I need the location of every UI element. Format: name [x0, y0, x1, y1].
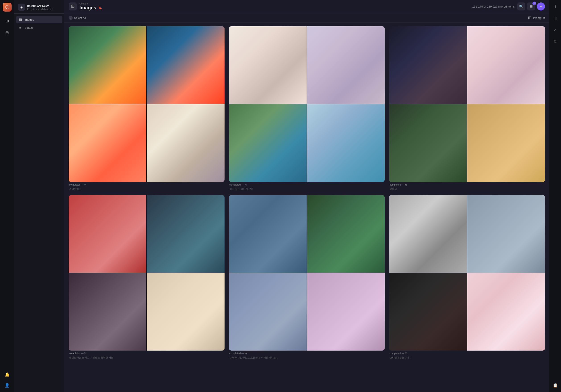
select-all-check-icon: ✓	[69, 16, 73, 20]
images-grid: completed — % 스마트하고 completed — % 쉬고 있는 …	[69, 26, 545, 359]
app-logo[interactable]: ⬡	[3, 3, 11, 11]
image-tile	[389, 273, 467, 351]
icon-bar-grid[interactable]: ⊞	[3, 17, 11, 25]
sort-icon: ≡	[543, 16, 545, 20]
select-all-label: Select All	[74, 16, 86, 20]
image-card-grid-2	[389, 26, 545, 182]
status-badge: completed — %	[389, 183, 545, 186]
image-tile	[307, 26, 385, 104]
image-tile	[307, 195, 385, 273]
header-title-block: Content Images 🔖	[79, 2, 102, 11]
status-badge: completed — %	[389, 352, 545, 355]
add-button[interactable]: +	[537, 2, 545, 10]
header-actions: 🔍 ☰ 1 +	[517, 2, 545, 10]
image-card-3[interactable]: completed — % 술취한사람,술먹고 기분좋고 행복한 사람	[69, 195, 225, 360]
image-tile	[467, 104, 545, 182]
icon-bar-status[interactable]: ◎	[3, 29, 11, 37]
status-badge: completed — %	[229, 183, 385, 186]
select-all-button[interactable]: ✓ Select All	[69, 16, 86, 20]
image-tile	[147, 273, 224, 351]
toolbar-view-controls: ⊞ Prompt ≡	[528, 15, 545, 20]
toolbar: ✓ Select All ⊞ Prompt ≡	[64, 13, 550, 23]
filter-button[interactable]: ☰ 1	[527, 2, 535, 10]
header: 🖼 Content Images 🔖 151-175 of 189,927 fi…	[64, 0, 550, 13]
item-count: 151-175 of 189,927 filtered items	[472, 5, 515, 8]
sidebar: ◈ ImagineAPI.dev Easy to use Midjourney.…	[14, 0, 64, 392]
sort-label: Prompt	[533, 16, 542, 20]
image-card-2[interactable]: completed — % 숲속의	[389, 26, 545, 191]
right-bar-info[interactable]: ℹ	[551, 3, 559, 11]
header-content-icon: 🖼	[69, 2, 77, 10]
user-icon[interactable]: 👤	[3, 381, 11, 389]
grid-view-icon[interactable]: ⊞	[528, 15, 531, 20]
bell-icon[interactable]: 🔔	[3, 371, 11, 379]
image-prompt: 쇼파위에푸들강아지	[389, 356, 545, 359]
image-tile	[229, 273, 307, 351]
image-tile	[467, 273, 545, 351]
sidebar-logo-icon: ◈	[18, 4, 25, 11]
image-card-grid-4	[229, 195, 385, 351]
header-section-label: Content	[79, 2, 102, 5]
image-tile	[69, 104, 146, 182]
status-badge: completed — %	[69, 352, 225, 355]
image-tile	[147, 195, 224, 273]
right-bar-swap[interactable]: ⇅	[551, 37, 559, 45]
sidebar-item-images[interactable]: ▦ Images	[16, 16, 63, 23]
right-bar-layers[interactable]: ◫	[551, 14, 559, 22]
image-card-5[interactable]: completed — % 쇼파위에푸들강아지	[389, 195, 545, 360]
image-card-0[interactable]: completed — % 스마트하고	[69, 26, 225, 191]
image-tile	[229, 195, 307, 273]
image-tile	[307, 104, 385, 182]
image-tile	[147, 26, 224, 104]
status-nav-icon: ◈	[18, 26, 22, 30]
right-bar: ℹ ◫ ⤢ ⇅ 📋	[550, 0, 561, 392]
image-tile	[229, 26, 307, 104]
image-card-grid-5	[389, 195, 545, 351]
image-prompt: 스마트하고	[69, 187, 225, 191]
main-content: 🖼 Content Images 🔖 151-175 of 189,927 fi…	[64, 0, 550, 392]
image-tile	[69, 26, 146, 104]
image-card-grid-0	[69, 26, 225, 182]
bookmark-icon[interactable]: 🔖	[98, 6, 102, 10]
image-prompt: 숲속의	[389, 187, 545, 191]
image-tile	[467, 26, 545, 104]
page-title: Images 🔖	[79, 5, 102, 11]
sidebar-item-status[interactable]: ◈ Status	[16, 24, 63, 31]
image-grid-container[interactable]: completed — % 스마트하고 completed — % 쉬고 있는 …	[64, 23, 550, 392]
image-tile	[69, 273, 146, 351]
image-card-4[interactable]: completed — % 수채화,수업중인교실,중앙에"미래준비하는...	[229, 195, 385, 360]
image-tile	[389, 26, 467, 104]
image-tile	[307, 273, 385, 351]
image-card-grid-3	[69, 195, 225, 351]
images-nav-icon: ▦	[18, 18, 22, 22]
right-bar-clipboard[interactable]: 📋	[551, 381, 559, 389]
sidebar-item-images-label: Images	[24, 18, 34, 21]
image-card-grid-1	[229, 26, 385, 182]
right-bar-resize[interactable]: ⤢	[551, 26, 559, 34]
image-prompt: 수채화,수업중인교실,중앙에"미래준비하는...	[229, 356, 385, 359]
status-badge: completed — %	[229, 352, 385, 355]
sidebar-header: ◈ ImagineAPI.dev Easy to use Midjourney.…	[14, 0, 64, 14]
icon-bar: ⬡ ⊞ ◎ 🔔 👤	[0, 0, 14, 392]
image-tile	[229, 104, 307, 182]
image-tile	[389, 104, 467, 182]
image-card-1[interactable]: completed — % 쉬고 있는 강아지 모습	[229, 26, 385, 191]
image-tile	[147, 104, 224, 182]
sidebar-item-status-label: Status	[24, 26, 33, 29]
image-tile	[467, 195, 545, 273]
sidebar-nav: ▦ Images ◈ Status	[14, 14, 64, 34]
search-button[interactable]: 🔍	[517, 2, 525, 10]
sidebar-app-subtitle: Easy to use Midjourney...	[27, 8, 55, 10]
image-prompt: 쉬고 있는 강아지 모습	[229, 187, 385, 191]
status-badge: completed — %	[69, 183, 225, 186]
sort-button[interactable]: Prompt ≡	[533, 16, 545, 20]
sidebar-app-name: ImagineAPI.dev	[27, 4, 55, 7]
image-prompt: 술취한사람,술먹고 기분좋고 행복한 사람	[69, 356, 225, 359]
image-tile	[389, 195, 467, 273]
filter-badge: 1	[532, 1, 536, 5]
image-tile	[69, 195, 146, 273]
